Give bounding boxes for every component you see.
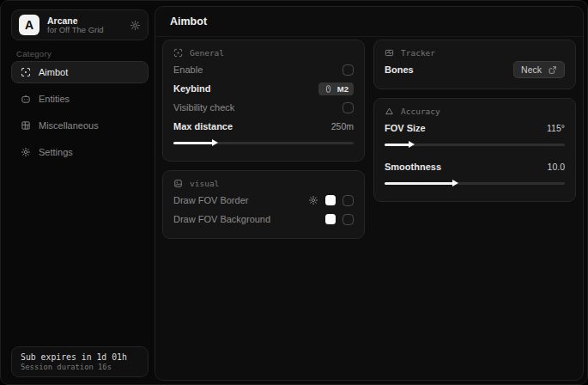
brand-text: Arcane for Off The Grid (47, 15, 122, 35)
sidebar-item-entities[interactable]: Entities (11, 88, 149, 110)
keybind-row: Keybind M2 (173, 79, 354, 98)
expand-icon (548, 65, 557, 75)
smoothness-value: 10.0 (548, 162, 565, 172)
crosshair-icon (21, 67, 31, 77)
app-subtitle: for Off The Grid (47, 26, 122, 35)
app-title: Arcane (47, 15, 122, 26)
enable-checkbox[interactable] (342, 64, 354, 76)
mouse-icon (324, 84, 333, 94)
accuracy-card: Accuracy FOV Size 115° Smoothness 10.0 (373, 98, 576, 202)
max-distance-value: 250m (331, 121, 354, 131)
grid-icon (21, 120, 31, 131)
keybind-label: Keybind (173, 83, 210, 94)
slider-fill (385, 182, 453, 185)
fov-background-checkbox[interactable] (342, 214, 354, 225)
slider-fill (385, 144, 409, 146)
fov-border-checkbox[interactable] (342, 195, 354, 206)
fov-background-controls (325, 214, 354, 225)
general-card-header: General (173, 48, 354, 58)
bones-label: Bones (385, 64, 414, 75)
sidebar-item-aimbot[interactable]: Aimbot (11, 61, 149, 83)
app-window: A Arcane for Off The Grid Category (0, 0, 588, 385)
fov-border-row: Draw FOV Border (173, 191, 354, 210)
smoothness-label: Smoothness (385, 162, 441, 172)
subscription-info-card: Sub expires in 1d 01h Session duration 1… (11, 346, 149, 377)
tracker-card-header: Tracker (385, 48, 565, 58)
fov-border-color-swatch[interactable] (325, 195, 336, 205)
visibility-check-checkbox[interactable] (342, 102, 354, 113)
accuracy-card-header: Accuracy (385, 107, 565, 116)
fov-background-color-swatch[interactable] (325, 214, 336, 224)
card-title: General (190, 48, 224, 58)
bones-value: Neck (521, 64, 542, 75)
visual-card-header: visual (173, 179, 354, 188)
keybind-badge[interactable]: M2 (318, 82, 354, 95)
bones-select-button[interactable]: Neck (513, 61, 565, 78)
sidebar-item-label: Entities (39, 94, 70, 104)
fov-size-value: 115° (547, 123, 565, 133)
card-title: visual (190, 179, 219, 188)
sub-expiry-text: Sub expires in 1d 01h (21, 352, 139, 362)
sidebar: A Arcane for Off The Grid Category (1, 1, 155, 384)
bones-row: Bones Neck (385, 60, 565, 79)
slider-thumb[interactable] (452, 180, 458, 186)
sidebar-menu: Aimbot Entities (11, 61, 149, 168)
max-distance-row: Max distance 250m (173, 117, 354, 136)
triangle-icon (385, 107, 394, 116)
smoothness-slider[interactable] (385, 178, 565, 188)
fov-size-label: FOV Size (385, 123, 426, 133)
sidebar-item-label: Miscellaneous (39, 120, 99, 131)
card-title: Tracker (401, 48, 435, 58)
sidebar-item-miscellaneous[interactable]: Miscellaneous (11, 114, 149, 137)
general-card: General Enable Keybind M2 (162, 40, 365, 162)
fov-background-row: Draw FOV Background (173, 210, 354, 229)
enable-label: Enable (173, 64, 203, 75)
smoothness-row: Smoothness 10.0 (385, 157, 565, 176)
visibility-check-row: Visibility check (173, 98, 354, 117)
main-panel: Aimbot General Enable (155, 6, 584, 381)
card-title: Accuracy (401, 107, 440, 116)
right-column: Tracker Bones Neck (373, 40, 576, 211)
sidebar-item-label: Aimbot (39, 67, 68, 77)
enable-row: Enable (173, 60, 354, 79)
slider-thumb[interactable] (409, 141, 415, 148)
slider-fill (173, 142, 213, 144)
visual-card: visual Draw FOV Border (162, 170, 365, 239)
category-label: Category (16, 49, 52, 58)
app-logo: A (19, 15, 39, 35)
tracker-icon (385, 48, 394, 58)
fov-border-controls (308, 195, 354, 206)
left-column: General Enable Keybind M2 (162, 40, 365, 248)
fov-size-slider[interactable] (385, 139, 565, 150)
gear-icon[interactable] (308, 195, 318, 205)
fov-background-label: Draw FOV Background (173, 214, 270, 224)
visibility-check-label: Visibility check (173, 102, 234, 113)
image-icon (173, 179, 183, 188)
session-duration-text: Session duration 16s (21, 363, 139, 371)
crosshair-icon (173, 48, 183, 58)
max-distance-label: Max distance (173, 121, 233, 131)
keybind-value: M2 (337, 84, 349, 94)
tracker-card: Tracker Bones Neck (373, 40, 576, 89)
fov-border-label: Draw FOV Border (173, 195, 248, 205)
fov-size-row: FOV Size 115° (385, 119, 565, 138)
main-header: Aimbot (155, 7, 583, 37)
entities-icon (21, 94, 31, 104)
brand-card: A Arcane for Off The Grid (11, 9, 149, 40)
max-distance-slider[interactable] (173, 138, 354, 148)
gear-icon (21, 147, 31, 157)
sidebar-item-settings[interactable]: Settings (11, 141, 149, 163)
sidebar-item-label: Settings (39, 147, 73, 157)
page-title: Aimbot (170, 15, 207, 28)
slider-thumb[interactable] (212, 139, 218, 146)
settings-gear-icon[interactable] (130, 20, 141, 31)
